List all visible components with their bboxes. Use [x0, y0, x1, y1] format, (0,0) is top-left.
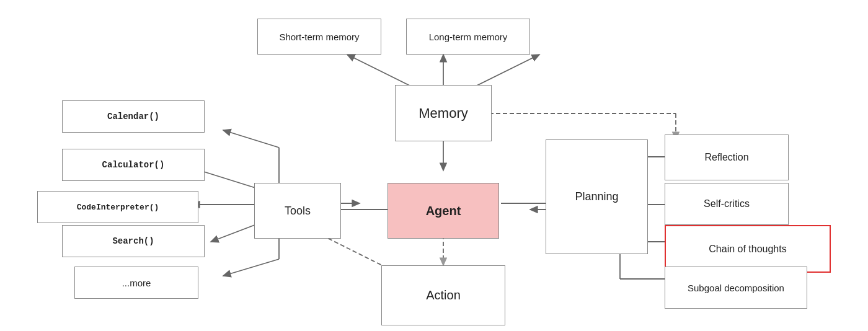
- code-interpreter-box: CodeInterpreter(): [37, 191, 198, 223]
- calculator-box: Calculator(): [62, 149, 205, 181]
- reflection-box: Reflection: [665, 135, 789, 180]
- svg-line-17: [223, 259, 279, 276]
- memory-box: Memory: [395, 85, 492, 141]
- calendar-box: Calendar(): [62, 100, 205, 133]
- agent-box: Agent: [388, 183, 499, 239]
- chain-of-thoughts-box: Chain of thoughts: [665, 225, 831, 273]
- self-critics-box: Self-critics: [665, 183, 789, 225]
- search-box: Search(): [62, 225, 205, 257]
- more-box: ...more: [74, 267, 198, 299]
- subgoal-box: Subgoal decomposition: [665, 267, 807, 309]
- tools-box: Tools: [254, 183, 341, 239]
- long-term-memory-box: Long-term memory: [406, 19, 530, 55]
- action-box: Action: [381, 265, 505, 325]
- planning-box: Planning: [546, 139, 648, 254]
- short-term-memory-box: Short-term memory: [257, 19, 381, 55]
- svg-line-12: [223, 130, 279, 148]
- diagram: Short-term memory Long-term memory Memor…: [0, 0, 868, 331]
